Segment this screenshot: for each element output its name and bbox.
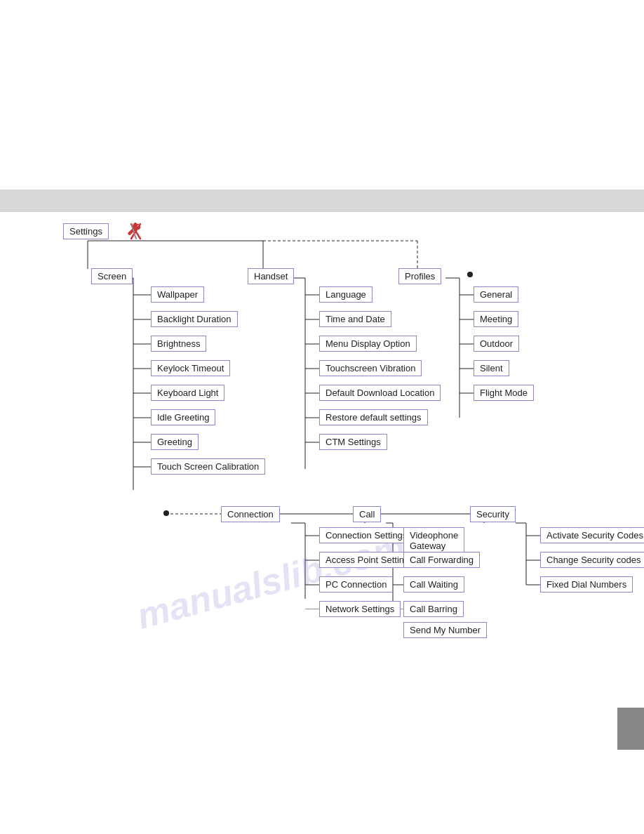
node-outdoor: Outdoor	[474, 336, 519, 352]
node-call-forwarding: Call Forwarding	[403, 552, 480, 568]
node-videophone-gateway: VideophoneGateway	[403, 527, 464, 554]
node-change-security-codes: Change Security codes	[540, 552, 644, 568]
node-wallpaper: Wallpaper	[151, 286, 204, 303]
node-keyboard-light: Keyboard Light	[151, 385, 224, 401]
top-gray-bar	[0, 190, 644, 212]
node-keylock-timeout: Keylock Timeout	[151, 360, 230, 376]
right-gray-block	[617, 708, 644, 750]
node-activate-security-codes: Activate Security Codes	[540, 527, 644, 543]
dot-profiles	[467, 272, 473, 277]
node-call-waiting: Call Waiting	[403, 576, 464, 593]
node-connection-settings: Connection Settings	[319, 527, 413, 543]
node-handset: Handset	[248, 268, 294, 284]
node-meeting: Meeting	[474, 311, 518, 327]
node-screen: Screen	[91, 268, 133, 284]
node-fixed-dial-numbers: Fixed Dial Numbers	[540, 576, 633, 593]
node-connection: Connection	[221, 506, 280, 522]
node-silent: Silent	[474, 360, 509, 376]
dot-connection	[163, 510, 169, 516]
node-ctm-settings: CTM Settings	[319, 434, 387, 450]
node-touchscreen-vibration: Touchscreen Vibration	[319, 360, 422, 376]
node-touch-screen-calibration: Touch Screen Calibration	[151, 458, 265, 475]
node-profiles: Profiles	[398, 268, 441, 284]
node-security: Security	[470, 506, 516, 522]
node-brightness: Brightness	[151, 336, 206, 352]
node-call-barring: Call Barring	[403, 601, 464, 617]
node-restore-default-settings: Restore default settings	[319, 409, 428, 425]
node-idle-greeting: Idle Greeting	[151, 409, 215, 425]
tool-icon	[128, 222, 149, 245]
node-call: Call	[353, 506, 381, 522]
node-pc-connection: PC Connection	[319, 576, 393, 593]
node-settings: Settings	[63, 223, 109, 239]
node-flight-mode: Flight Mode	[474, 385, 534, 401]
node-language: Language	[319, 286, 373, 303]
node-backlight-duration: Backlight Duration	[151, 311, 238, 327]
node-time-and-date: Time and Date	[319, 311, 391, 327]
node-menu-display-option: Menu Display Option	[319, 336, 417, 352]
node-network-settings: Network Settings	[319, 601, 401, 617]
node-greeting: Greeting	[151, 434, 199, 450]
node-default-download-location: Default Download Location	[319, 385, 441, 401]
node-general: General	[474, 286, 518, 303]
node-send-my-number: Send My Number	[403, 622, 487, 638]
